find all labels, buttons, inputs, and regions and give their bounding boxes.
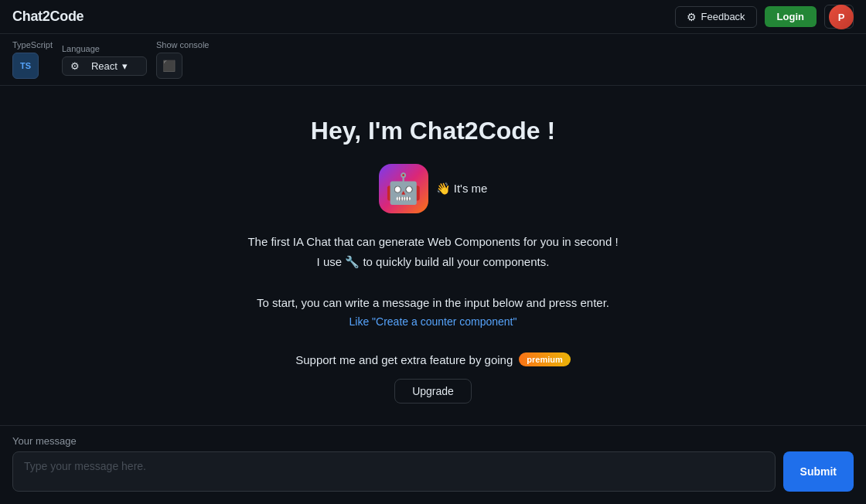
- support-block: Support me and get extra feature by goin…: [295, 352, 570, 366]
- chevron-down-icon: ▾: [122, 60, 138, 72]
- language-label: Language: [62, 44, 147, 53]
- start-line1: To start, you can write a message in the…: [257, 293, 609, 313]
- message-input-row: Submit: [12, 451, 854, 492]
- language-item: Language ⚙ React ▾: [62, 44, 147, 76]
- description-line2: I use 🔧 to quickly build all your compon…: [247, 252, 618, 272]
- wave-emoji: 👋: [436, 182, 454, 195]
- robot-icon: 🤖: [385, 172, 421, 206]
- show-console-button[interactable]: ⬛: [156, 53, 182, 79]
- robot-wrapper: 🤖 👋 It's me: [379, 164, 488, 213]
- ts-text: TS: [20, 61, 31, 70]
- navbar-right: ⚙ Feedback Login 🌙: [675, 5, 854, 29]
- feedback-button[interactable]: ⚙ Feedback: [675, 6, 757, 28]
- main-content: Hey, I'm Chat2Code ! 🤖 👋 It's me The fir…: [0, 86, 866, 434]
- hero-title: Hey, I'm Chat2Code !: [311, 117, 555, 145]
- start-block: To start, you can write a message in the…: [257, 293, 609, 331]
- feedback-label: Feedback: [701, 11, 745, 22]
- show-console-label: Show console: [156, 40, 210, 49]
- message-input[interactable]: [12, 451, 776, 492]
- typescript-badge: TS: [12, 53, 39, 79]
- upgrade-button[interactable]: Upgrade: [394, 379, 472, 404]
- typescript-item: TypeScript TS: [12, 40, 53, 79]
- description-block: The first IA Chat that can generate Web …: [247, 232, 618, 271]
- its-me-label: It's me: [454, 182, 488, 195]
- show-console-item: Show console ⬛: [156, 40, 210, 79]
- message-section: Your message Submit: [0, 425, 866, 504]
- console-icon: ⬛: [162, 60, 176, 72]
- language-value: React: [91, 60, 118, 72]
- submit-button[interactable]: Submit: [783, 451, 854, 492]
- typescript-label: TypeScript: [12, 40, 53, 49]
- its-me-text: 👋 It's me: [436, 182, 488, 196]
- login-button[interactable]: Login: [765, 6, 817, 27]
- feedback-icon: ⚙: [687, 11, 697, 23]
- navbar: Chat2Code ⚙ Feedback Login 🌙 P: [0, 0, 866, 34]
- premium-badge: premium: [519, 352, 570, 366]
- toolbar: TypeScript TS Language ⚙ React ▾ Show co…: [0, 34, 866, 86]
- message-label: Your message: [12, 435, 854, 447]
- description-line1: The first IA Chat that can generate Web …: [247, 232, 618, 252]
- robot-avatar: 🤖: [379, 164, 428, 213]
- avatar-letter: P: [838, 12, 845, 23]
- support-text: Support me and get extra feature by goin…: [295, 353, 513, 366]
- start-example: Like "Create a counter component": [257, 313, 609, 332]
- avatar-button[interactable]: P: [829, 5, 854, 29]
- brand-logo: Chat2Code: [12, 9, 84, 25]
- navbar-left: Chat2Code: [12, 9, 84, 25]
- language-gear-icon: ⚙: [70, 60, 87, 72]
- language-select[interactable]: ⚙ React ▾: [62, 56, 147, 76]
